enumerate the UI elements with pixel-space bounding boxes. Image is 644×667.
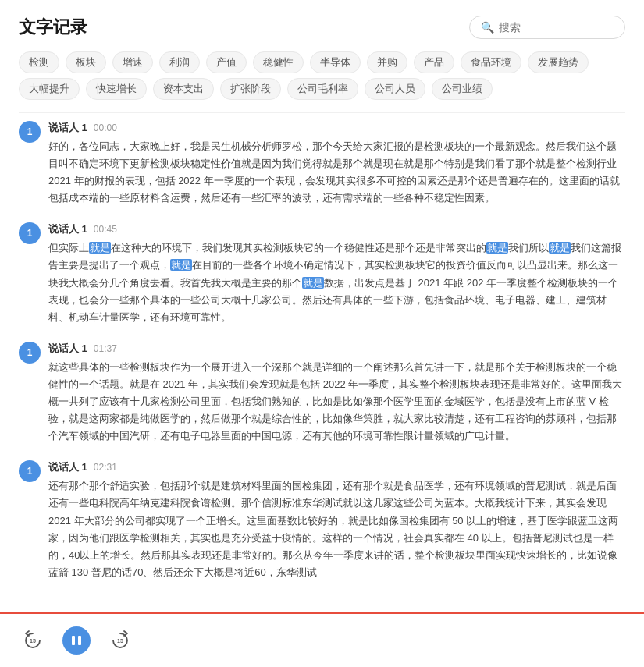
svg-text:15: 15 <box>117 638 123 644</box>
speaker-line: 说话人 101:37 <box>48 342 625 356</box>
timestamp: 01:37 <box>94 343 117 354</box>
tag[interactable]: 增速 <box>112 51 153 73</box>
tag[interactable]: 并购 <box>367 51 407 73</box>
highlight-text: 就是 <box>486 242 508 254</box>
tag[interactable]: 公司人员 <box>365 78 425 100</box>
highlight-text: 就是 <box>549 242 571 254</box>
header: 文字记录 🔍 <box>0 0 644 48</box>
speaker-line: 说话人 102:31 <box>48 460 625 474</box>
avatar-col: 1 <box>19 121 41 207</box>
player-bar: 15 15 <box>0 612 644 667</box>
avatar-col: 1 <box>19 222 41 325</box>
transcript-text: 但实际上就是在这种大的环境下，我们发现其实检测板块它的一个稳健性还是那个还是非常… <box>48 239 625 325</box>
avatar: 1 <box>19 342 41 364</box>
timestamp: 00:45 <box>94 224 117 235</box>
tag[interactable]: 公司业绩 <box>432 78 493 100</box>
avatar-col: 1 <box>19 460 41 581</box>
tag[interactable]: 食品环境 <box>461 51 521 73</box>
search-input[interactable] <box>499 21 614 34</box>
speaker-name: 说话人 1 <box>48 460 87 474</box>
speaker-name: 说话人 1 <box>48 342 87 356</box>
tag[interactable]: 公司毛利率 <box>287 78 358 100</box>
search-icon: 🔍 <box>481 21 494 34</box>
tag[interactable]: 利润 <box>159 51 200 73</box>
transcript-item: 1说话人 100:45但实际上就是在这种大的环境下，我们发现其实检测板块它的一个… <box>19 222 625 325</box>
svg-rect-2 <box>78 636 81 645</box>
avatar: 1 <box>19 121 41 143</box>
avatar: 1 <box>19 222 41 244</box>
tags-row-2: 大幅提升快速增长资本支出扩张阶段公司毛利率公司人员公司业绩 <box>19 78 625 100</box>
highlight-text: 就是 <box>302 277 324 289</box>
forward-button[interactable]: 15 <box>106 626 134 655</box>
tags-row-1: 检测板块增速利润产值稳健性半导体并购产品食品环境发展趋势 <box>19 51 625 73</box>
speaker-name: 说话人 1 <box>48 222 87 236</box>
transcript-item: 1说话人 100:00好的，各位同志，大家晚上好，我是民生机械分析师罗松，那个今… <box>19 121 625 207</box>
transcript-item: 1说话人 102:31还有那个那个舒适实验，包括那个就是建筑材料里面的国检集团，… <box>19 460 625 581</box>
timestamp: 00:00 <box>94 122 117 133</box>
content-col: 说话人 101:37就这些具体的一些检测板块作为一个展开进入一个深那个就是详细的… <box>48 342 625 445</box>
tags-section: 检测板块增速利润产值稳健性半导体并购产品食品环境发展趋势 大幅提升快速增长资本支… <box>0 48 644 112</box>
avatar: 1 <box>19 460 41 482</box>
highlight-text: 就是 <box>170 259 192 271</box>
transcript-item: 1说话人 101:37就这些具体的一些检测板块作为一个展开进入一个深那个就是详细… <box>19 342 625 445</box>
page-title: 文字记录 <box>19 16 87 39</box>
tag[interactable]: 大幅提升 <box>19 78 80 100</box>
content-col: 说话人 100:45但实际上就是在这种大的环境下，我们发现其实检测板块它的一个稳… <box>48 222 625 325</box>
content-col: 说话人 102:31还有那个那个舒适实验，包括那个就是建筑材料里面的国检集团，还… <box>48 460 625 581</box>
content-col: 说话人 100:00好的，各位同志，大家晚上好，我是民生机械分析师罗松，那个今天… <box>48 121 625 207</box>
rewind-button[interactable]: 15 <box>19 626 47 655</box>
play-pause-button[interactable] <box>62 626 91 655</box>
transcript-text: 好的，各位同志，大家晚上好，我是民生机械分析师罗松，那个今天给大家汇报的是检测板… <box>48 138 625 207</box>
tag[interactable]: 半导体 <box>310 51 361 73</box>
timestamp: 02:31 <box>94 462 117 473</box>
tag[interactable]: 资本支出 <box>153 78 214 100</box>
speaker-line: 说话人 100:00 <box>48 121 625 135</box>
tag[interactable]: 发展趋势 <box>528 51 589 73</box>
tag[interactable]: 产值 <box>206 51 247 73</box>
svg-text:15: 15 <box>30 638 36 644</box>
avatar-col: 1 <box>19 342 41 445</box>
tag[interactable]: 稳健性 <box>253 51 304 73</box>
transcript-list: 1说话人 100:00好的，各位同志，大家晚上好，我是民生机械分析师罗松，那个今… <box>0 113 644 667</box>
highlight-text: 就是 <box>89 242 111 254</box>
search-box[interactable]: 🔍 <box>469 16 625 39</box>
transcript-text: 还有那个那个舒适实验，包括那个就是建筑材料里面的国检集团，还有那个就是食品医学，… <box>48 477 625 581</box>
transcript-text: 就这些具体的一些检测板块作为一个展开进入一个深那个就是详细的一个阐述那么首先讲一… <box>48 359 625 445</box>
speaker-name: 说话人 1 <box>48 121 87 135</box>
tag[interactable]: 检测 <box>19 51 59 73</box>
speaker-line: 说话人 100:45 <box>48 222 625 236</box>
tag[interactable]: 板块 <box>66 51 106 73</box>
tag[interactable]: 快速增长 <box>86 78 147 100</box>
svg-rect-1 <box>72 636 75 645</box>
tag[interactable]: 产品 <box>414 51 454 73</box>
tag[interactable]: 扩张阶段 <box>220 78 281 100</box>
